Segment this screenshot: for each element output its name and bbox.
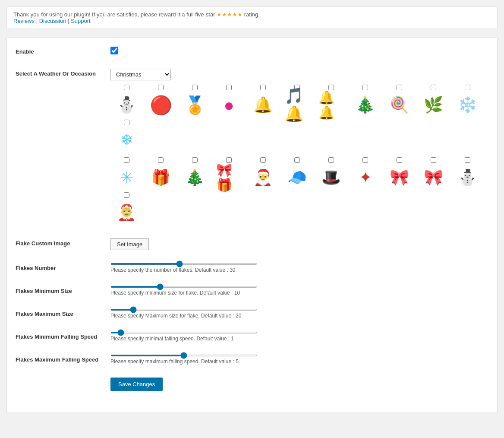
img-snowflake-2: ❄ [110,120,143,153]
img-snowflake-1-check[interactable] [465,85,470,90]
red-ornament-icon: 🔴 [148,92,174,118]
img-red-bow-check[interactable] [397,157,402,163]
img-santa-hat-2-check[interactable] [294,157,300,163]
pink-ornament-icon: ● [216,92,242,118]
flakes-min-speed-slider[interactable] [110,332,257,333]
img-santa-hat-1: 🎅 [247,157,279,190]
snowman-2-icon: ⛄ [455,165,481,190]
snowman-3-icon: 🤶 [114,200,140,225]
flakes-max-size-slider[interactable] [110,309,257,311]
img-candy-cane: 🍭 [383,85,416,118]
enable-label: Enable [16,47,110,55]
img-snowflake-1: ❄️ [451,85,484,118]
rating-text: rating. [244,11,260,18]
notice-bar: Thank you for using our plugin! If you a… [6,6,498,29]
santa-hat-1-icon: 🎅 [250,165,276,190]
img-snowflake-blue: ✳ [110,157,143,190]
enable-row: Enable [16,47,488,56]
flakes-max-speed-slider[interactable] [110,355,257,356]
notice-text: Thank you for using our plugin! If you a… [13,11,215,18]
img-santa-hat-3-check[interactable] [328,157,334,163]
img-snowman: ⛄ [110,85,143,118]
img-pink-ornament-check[interactable] [226,85,232,90]
flakes-min-size-hint: Please specify minimum size for flake. D… [110,290,488,296]
img-snowflake-blue-check[interactable] [124,157,129,163]
weather-select[interactable]: Christmas Snow Rain Hearts Autumn [110,69,171,80]
img-gold-bow-check[interactable] [431,157,436,163]
santa-hat-3-icon: 🎩 [318,165,344,190]
discussion-link[interactable]: Discussion [39,18,66,24]
img-santa-hat-3: 🎩 [315,157,347,190]
flakes-max-speed-hint: Please specify maximum falling speed. De… [110,359,488,365]
img-snowman-check[interactable] [124,85,129,90]
img-snowflake-2-check[interactable] [124,120,129,125]
img-holly: 🌿 [417,85,450,118]
flakes-max-size-content: Please specify Maximum size for flake. D… [110,309,488,319]
img-snowman-2-check[interactable] [465,157,470,163]
gift-bags-icon: 🎀🎁 [216,165,242,190]
flake-custom-label: Flake Custom Image [16,238,110,247]
img-candy-cane-check[interactable] [397,85,402,90]
christmas-tree-icon: 🎄 [182,165,208,190]
flakes-number-hint: Please specify the number of flakes. Def… [110,267,488,273]
save-content: Save Changes [110,378,488,391]
snowflake-2-icon: ❄ [114,127,140,153]
flakes-min-speed-label: Flakes Minimum Falling Speed [16,332,110,340]
bells-3-icon: 🔔🔔 [318,92,344,118]
image-grid-row1: ⛄ 🔴 🏅 ● 🔔 [110,85,488,153]
flakes-max-size-row: Flakes Maximum Size Please specify Maxim… [16,309,488,319]
set-image-button[interactable]: Set Image [110,238,149,250]
img-holly-check[interactable] [431,85,436,90]
flakes-min-size-label: Flakes Minimum Size [16,286,110,294]
img-xmas-tree-2: ✦ [349,157,381,190]
xmas-tree-2-icon: ✦ [353,165,378,190]
img-gold-bells-check[interactable] [260,85,266,90]
save-button[interactable]: Save Changes [110,378,163,391]
snowman-icon: ⛄ [114,92,140,118]
img-candy-tree-check[interactable] [362,85,368,90]
flakes-number-label: Flakes Number [16,263,110,271]
weather-label: Select A Weather Or Occasion [16,69,110,77]
img-santa-hat-2: 🧢 [281,157,313,190]
img-christmas-tree-check[interactable] [192,157,198,163]
snowflake-1-icon: ❄️ [455,92,481,118]
img-snowman-3-check[interactable] [124,192,129,198]
flake-custom-row: Flake Custom Image Set Image [16,238,488,250]
settings-panel: Enable Select A Weather Or Occasion Chri… [6,38,498,413]
enable-content [110,47,488,56]
img-red-ornament-check[interactable] [158,85,164,90]
support-link[interactable]: Support [71,18,91,24]
flakes-min-speed-row: Flakes Minimum Falling Speed Please spec… [16,332,488,342]
img-christmas-tree: 🎄 [179,157,211,190]
gold-bells-icon: 🔔 [250,92,276,118]
img-gold-ornament: 🏅 [179,85,211,118]
flakes-max-speed-label: Flakes Maximum Falling Speed [16,355,110,363]
santa-hat-2-icon: 🧢 [284,165,310,190]
flakes-min-size-content: Please specify minimum size for flake. D… [110,286,488,296]
img-bells-3: 🔔🔔 [315,85,347,118]
img-snowman-2: ⛄ [451,157,484,190]
flakes-max-speed-row: Flakes Maximum Falling Speed Please spec… [16,355,488,365]
holly-icon: 🌿 [421,92,447,118]
gold-ornament-icon: 🏅 [182,92,208,118]
img-gold-ornament-check[interactable] [192,85,198,90]
img-candy-tree: 🎄 [349,85,381,118]
img-gift-box: 🎁 [145,157,177,190]
reviews-link[interactable]: Reviews [13,18,35,24]
flakes-min-size-slider[interactable] [110,286,257,288]
candy-tree-icon: 🎄 [353,92,378,118]
weather-row: Select A Weather Or Occasion Christmas S… [16,69,488,225]
save-row: Save Changes [16,378,488,391]
img-xmas-tree-2-check[interactable] [362,157,368,163]
img-gift-box-check[interactable] [158,157,164,163]
flakes-number-slider[interactable] [110,263,257,265]
flakes-max-size-label: Flakes Maximum Size [16,309,110,317]
candy-cane-icon: 🍭 [387,92,413,118]
img-gold-bells: 🔔 [247,85,279,118]
enable-checkbox[interactable] [110,47,118,54]
image-grid-row2: ✳ 🎁 🎄 🎀🎁 🎅 [110,157,488,225]
img-gold-bow: 🎀 [417,157,450,190]
img-pink-ornament: ● [213,85,245,118]
img-gift-bags: 🎀🎁 [213,157,245,190]
img-santa-hat-1-check[interactable] [260,157,266,163]
